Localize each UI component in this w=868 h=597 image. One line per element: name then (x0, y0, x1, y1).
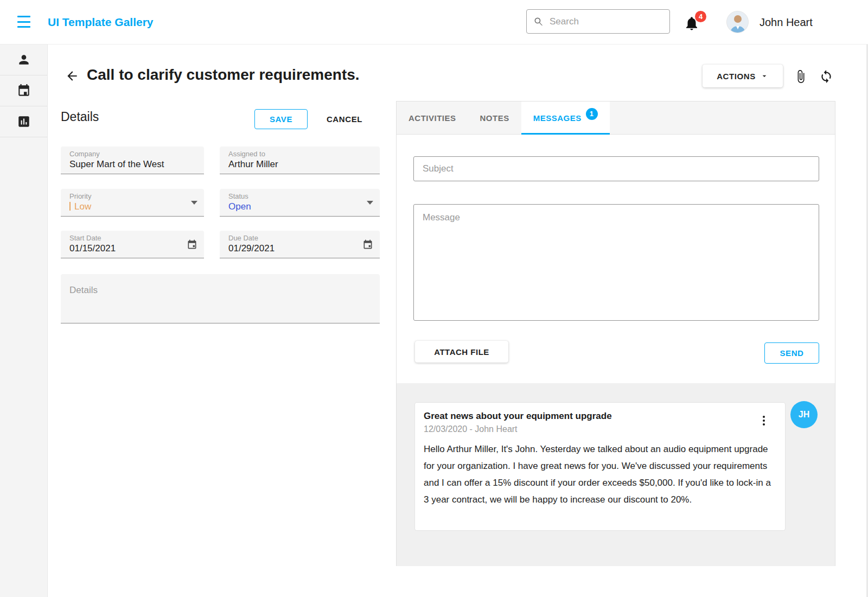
due-date-field[interactable]: Due Date 01/29/2021 (220, 231, 380, 258)
status-select[interactable]: Status Open (220, 189, 380, 217)
compose-area: ATTACH FILE SEND (397, 135, 835, 383)
back-button[interactable] (65, 69, 80, 84)
refresh-button[interactable] (819, 69, 834, 85)
attachment-button[interactable] (794, 69, 809, 85)
notifications-button[interactable]: 4 (682, 13, 706, 35)
details-heading: Details (61, 110, 99, 124)
cancel-button[interactable]: CANCEL (320, 109, 369, 129)
message-sender-avatar: JH (790, 401, 818, 428)
priority-bar-icon (69, 202, 71, 211)
priority-select[interactable]: Priority Low (61, 189, 204, 217)
sidebar-item-calendar[interactable] (0, 75, 47, 106)
actions-button-label: ACTIONS (717, 72, 756, 81)
user-icon (17, 53, 31, 67)
message-subject: Great news about your equipment upgrade (424, 411, 776, 422)
assigned-to-field[interactable]: Assigned to Arthur Miller (220, 147, 380, 174)
paperclip-icon (794, 69, 808, 84)
arrow-back-icon (65, 69, 79, 83)
tab-strip: ACTIVITIES NOTES MESSAGES 1 (397, 101, 835, 135)
user-name[interactable]: John Heart (760, 0, 813, 45)
start-date-label: Start Date (69, 234, 196, 242)
due-date-label: Due Date (228, 234, 372, 242)
message-body: Hello Arthur Miller, It's John. Yesterda… (424, 441, 776, 508)
chevron-down-icon (191, 201, 197, 205)
tab-messages[interactable]: MESSAGES 1 (521, 101, 610, 135)
actions-button[interactable]: ACTIONS (703, 65, 783, 87)
header: UI Template Gallery 4 John Heart (0, 0, 868, 45)
notification-badge: 4 (695, 11, 706, 22)
company-label: Company (69, 150, 196, 158)
message-meta: 12/03/2020 - John Heart (424, 424, 776, 434)
status-value: Open (228, 200, 372, 213)
chevron-down-icon (760, 72, 769, 80)
start-date-value: 01/15/2021 (69, 242, 196, 255)
refresh-icon (819, 69, 833, 84)
search-box[interactable] (526, 9, 670, 34)
menu-icon[interactable] (17, 16, 30, 28)
messages-count-badge: 1 (586, 108, 598, 120)
tab-messages-label: MESSAGES (533, 113, 582, 123)
assigned-to-label: Assigned to (228, 150, 372, 158)
tab-activities[interactable]: ACTIVITIES (397, 101, 468, 135)
calendar-icon[interactable] (187, 239, 197, 250)
task-title: Call to clarify customer requirements. (87, 66, 360, 84)
app-screen: UI Template Gallery 4 John Heart (0, 0, 868, 597)
user-avatar[interactable] (726, 11, 749, 33)
search-icon (533, 16, 544, 27)
assigned-to-value: Arthur Miller (228, 158, 372, 170)
message-input[interactable] (413, 204, 819, 321)
priority-label: Priority (69, 192, 196, 200)
tab-notes[interactable]: NOTES (468, 101, 521, 135)
details-notes-input[interactable] (61, 274, 380, 323)
send-button[interactable]: SEND (764, 342, 819, 364)
attach-file-button[interactable]: ATTACH FILE (415, 341, 508, 363)
calendar-icon[interactable] (362, 239, 373, 250)
calendar-icon (17, 84, 31, 98)
priority-value: Low (69, 200, 196, 213)
status-label: Status (228, 192, 372, 200)
message-list: Great news about your equipment upgrade … (397, 383, 835, 566)
app-title: UI Template Gallery (48, 0, 154, 45)
company-field[interactable]: Company Super Mart of the West (61, 147, 204, 174)
more-options-icon[interactable] (759, 415, 769, 427)
bar-chart-icon (17, 115, 31, 129)
chevron-down-icon (367, 201, 373, 205)
avatar-photo (727, 11, 749, 33)
start-date-field[interactable]: Start Date 01/15/2021 (61, 231, 204, 258)
search-input[interactable] (550, 16, 653, 27)
due-date-value: 01/29/2021 (228, 242, 372, 255)
message-card: Great news about your equipment upgrade … (414, 402, 786, 531)
save-button[interactable]: SAVE (254, 109, 308, 129)
sidebar (0, 45, 48, 597)
sidebar-item-contacts[interactable] (0, 45, 47, 75)
task-side-panel: ACTIVITIES NOTES MESSAGES 1 ATTACH FILE … (396, 101, 835, 566)
sidebar-item-analytics[interactable] (0, 106, 47, 137)
subject-input[interactable] (413, 156, 819, 181)
company-value: Super Mart of the West (69, 158, 196, 170)
